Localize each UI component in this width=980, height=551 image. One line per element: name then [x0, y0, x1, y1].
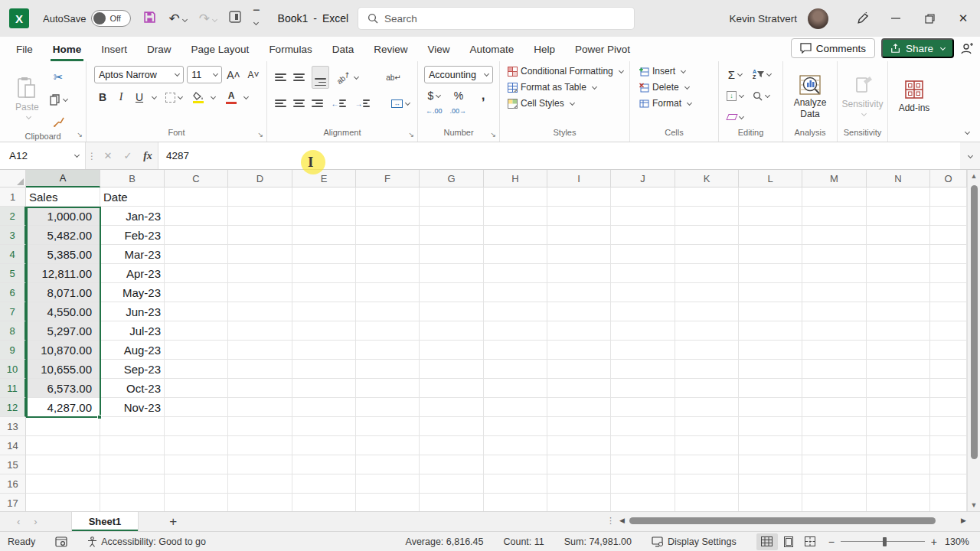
- cell-N7[interactable]: [867, 302, 930, 321]
- cell-O2[interactable]: [930, 207, 967, 226]
- addins-button[interactable]: Add-ins: [894, 66, 935, 126]
- merge-center-icon[interactable]: ↔: [391, 95, 410, 112]
- cell-N12[interactable]: [867, 398, 930, 417]
- cell-H3[interactable]: [484, 226, 547, 245]
- account-name[interactable]: Kevin Stratvert: [729, 13, 797, 24]
- search-input[interactable]: Search: [358, 8, 634, 29]
- cell-J4[interactable]: [611, 245, 675, 264]
- fill-down-icon[interactable]: ↓: [727, 87, 743, 104]
- cell-M4[interactable]: [802, 245, 867, 264]
- cell-E3[interactable]: [292, 226, 356, 245]
- font-name-select[interactable]: Aptos Narrow: [94, 66, 184, 83]
- find-select-icon[interactable]: [753, 87, 769, 104]
- tab-page-layout[interactable]: Page Layout: [189, 37, 252, 61]
- cell-K15[interactable]: [675, 455, 739, 474]
- cell-J7[interactable]: [611, 302, 675, 321]
- row-header-4[interactable]: 4: [0, 245, 26, 264]
- cell-C8[interactable]: [165, 321, 228, 341]
- row-header-5[interactable]: 5: [0, 264, 26, 283]
- cell-I3[interactable]: [547, 226, 611, 245]
- cell-O15[interactable]: [930, 455, 967, 474]
- cell-L16[interactable]: [739, 474, 802, 494]
- tab-data[interactable]: Data: [330, 37, 357, 61]
- bottom-align-icon[interactable]: [312, 66, 329, 89]
- close-button[interactable]: ✕: [946, 0, 980, 37]
- cell-B4[interactable]: Mar-23: [100, 245, 165, 264]
- select-all-corner[interactable]: [0, 170, 26, 187]
- cell-F12[interactable]: [356, 398, 420, 417]
- row-header-3[interactable]: 3: [0, 226, 26, 245]
- decrease-decimal-icon[interactable]: .00→: [450, 108, 467, 115]
- cell-C1[interactable]: [165, 187, 228, 207]
- cell-G15[interactable]: [420, 455, 484, 474]
- cell-K11[interactable]: [675, 379, 739, 398]
- cell-E16[interactable]: [292, 474, 356, 494]
- cell-J11[interactable]: [611, 379, 675, 398]
- cell-M15[interactable]: [802, 455, 867, 474]
- cell-E14[interactable]: [292, 436, 356, 455]
- row-header-11[interactable]: 11: [0, 379, 26, 398]
- cell-N13[interactable]: [867, 417, 930, 436]
- cell-H9[interactable]: [484, 341, 547, 360]
- cell-M3[interactable]: [802, 226, 867, 245]
- column-header-l[interactable]: L: [739, 170, 802, 187]
- row-header-17[interactable]: 17: [0, 494, 26, 511]
- cell-D11[interactable]: [228, 379, 292, 398]
- cell-E9[interactable]: [292, 341, 356, 360]
- cell-I9[interactable]: [547, 341, 611, 360]
- cell-M11[interactable]: [802, 379, 867, 398]
- font-dialog-launcher-icon[interactable]: ↘: [257, 131, 263, 139]
- cell-F9[interactable]: [356, 341, 420, 360]
- cell-G10[interactable]: [420, 360, 484, 379]
- cell-D13[interactable]: [228, 417, 292, 436]
- cell-K12[interactable]: [675, 398, 739, 417]
- cell-K10[interactable]: [675, 360, 739, 379]
- cell-H8[interactable]: [484, 321, 547, 341]
- cell-G4[interactable]: [420, 245, 484, 264]
- cell-L11[interactable]: [739, 379, 802, 398]
- cell-N14[interactable]: [867, 436, 930, 455]
- cell-C10[interactable]: [165, 360, 228, 379]
- cell-H5[interactable]: [484, 264, 547, 283]
- row-header-15[interactable]: 15: [0, 455, 26, 474]
- format-cells-button[interactable]: Format: [639, 98, 714, 109]
- cell-H7[interactable]: [484, 302, 547, 321]
- middle-align-icon[interactable]: [293, 73, 305, 81]
- cell-I5[interactable]: [547, 264, 611, 283]
- tab-formulas[interactable]: Formulas: [266, 37, 314, 61]
- underline-button[interactable]: U: [131, 89, 148, 106]
- cell-M16[interactable]: [802, 474, 867, 494]
- cell-L10[interactable]: [739, 360, 802, 379]
- cell-H15[interactable]: [484, 455, 547, 474]
- cell-L2[interactable]: [739, 207, 802, 226]
- cell-L4[interactable]: [739, 245, 802, 264]
- cell-C6[interactable]: [165, 283, 228, 302]
- cell-A13[interactable]: [26, 417, 100, 436]
- cell-O10[interactable]: [930, 360, 967, 379]
- cell-G3[interactable]: [420, 226, 484, 245]
- format-painter-icon[interactable]: [50, 113, 67, 130]
- font-color-icon[interactable]: A: [223, 89, 240, 106]
- scroll-left-icon[interactable]: ◀: [619, 517, 625, 524]
- scroll-right-icon[interactable]: ▶: [961, 517, 966, 524]
- cell-D12[interactable]: [228, 398, 292, 417]
- cell-O7[interactable]: [930, 302, 967, 321]
- cell-L5[interactable]: [739, 264, 802, 283]
- cell-H13[interactable]: [484, 417, 547, 436]
- cell-N17[interactable]: [867, 494, 930, 511]
- cell-L3[interactable]: [739, 226, 802, 245]
- cell-I2[interactable]: [547, 207, 611, 226]
- column-header-h[interactable]: H: [484, 170, 547, 187]
- cell-K13[interactable]: [675, 417, 739, 436]
- cell-N16[interactable]: [867, 474, 930, 494]
- cell-F10[interactable]: [356, 360, 420, 379]
- cell-J2[interactable]: [611, 207, 675, 226]
- cell-A7[interactable]: 4,550.00: [26, 302, 100, 321]
- cell-O14[interactable]: [930, 436, 967, 455]
- row-header-8[interactable]: 8: [0, 321, 26, 341]
- cell-H14[interactable]: [484, 436, 547, 455]
- cell-O17[interactable]: [930, 494, 967, 511]
- increase-decimal-icon[interactable]: ←.00: [426, 108, 443, 115]
- cell-A1[interactable]: Sales: [26, 187, 100, 207]
- cell-N4[interactable]: [867, 245, 930, 264]
